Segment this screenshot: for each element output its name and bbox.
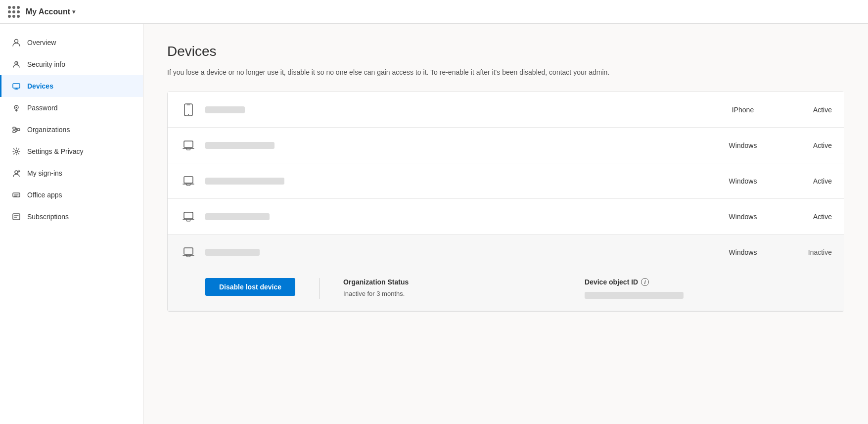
sidebar-item-my-sign-ins-label: My sign-ins (27, 169, 62, 177)
topbar: My Account ▾ (0, 0, 868, 24)
sidebar-item-overview-label: Overview (27, 39, 56, 47)
main-content: Devices If you lose a device or no longe… (143, 24, 868, 424)
device-name-placeholder (205, 213, 270, 220)
password-icon (11, 103, 21, 113)
devices-icon (11, 81, 21, 91)
device-object-id-title: Device object ID i (585, 278, 806, 286)
device-status: Active (782, 213, 832, 221)
page-title: Devices (167, 44, 844, 59)
svg-rect-6 (13, 127, 15, 129)
sidebar-item-subscriptions[interactable]: Subscriptions (0, 206, 143, 228)
svg-rect-12 (13, 214, 20, 220)
svg-rect-16 (184, 177, 193, 183)
sidebar: Overview Security info Devi (0, 24, 143, 424)
sidebar-item-organizations-label: Organizations (27, 126, 70, 134)
device-status: Active (782, 106, 832, 114)
security-icon (11, 59, 21, 69)
sidebar-item-subscriptions-label: Subscriptions (27, 213, 69, 221)
svg-point-9 (15, 150, 18, 153)
disable-lost-device-button[interactable]: Disable lost device (205, 278, 295, 296)
org-status-title: Organization Status (343, 278, 565, 286)
sidebar-item-office-apps[interactable]: Office apps (0, 184, 143, 206)
device-object-id-col: Device object ID i (585, 278, 806, 299)
office-apps-icon (11, 190, 21, 200)
svg-rect-8 (17, 129, 20, 131)
device-row: Windows Active (168, 199, 844, 235)
sidebar-item-organizations[interactable]: Organizations (0, 119, 143, 141)
sidebar-item-security-info[interactable]: Security info (0, 53, 143, 75)
laptop-icon (180, 247, 197, 258)
laptop-icon (180, 176, 197, 187)
sidebar-item-password[interactable]: Password (0, 97, 143, 119)
sidebar-item-devices-label: Devices (27, 82, 53, 90)
device-status: Active (782, 141, 832, 149)
sidebar-item-settings-privacy[interactable]: Settings & Privacy (0, 141, 143, 162)
sidebar-item-my-sign-ins[interactable]: My sign-ins (0, 162, 143, 184)
svg-rect-18 (184, 248, 193, 254)
device-name-placeholder (205, 142, 274, 149)
device-name-placeholder-block (197, 106, 703, 113)
laptop-icon (180, 211, 197, 222)
user-icon (11, 38, 21, 47)
device-row-main: Windows Inactive (180, 235, 832, 270)
sidebar-item-settings-privacy-label: Settings & Privacy (27, 147, 84, 155)
device-os: Windows (703, 141, 782, 149)
layout: Overview Security info Devi (0, 24, 868, 424)
device-row-expanded: Windows Inactive Disable lost device Org… (168, 235, 844, 311)
svg-rect-7 (13, 131, 15, 133)
page-description: If you lose a device or no longer use it… (167, 67, 844, 78)
org-status-col: Organization Status Inactive for 3 month… (343, 278, 565, 297)
device-status: Inactive (782, 248, 832, 256)
device-os: Windows (703, 248, 782, 256)
organizations-icon (11, 125, 21, 135)
details-divider (319, 278, 320, 299)
sidebar-item-password-label: Password (27, 104, 57, 112)
sidebar-item-security-info-label: Security info (27, 60, 65, 68)
device-name-placeholder-block (197, 249, 703, 256)
phone-icon (180, 103, 197, 116)
sidebar-item-devices[interactable]: Devices (0, 75, 143, 97)
device-row: Windows Active (168, 163, 844, 199)
sidebar-item-office-apps-label: Office apps (27, 191, 62, 199)
svg-rect-3 (13, 84, 20, 88)
org-status-value: Inactive for 3 months. (343, 290, 565, 297)
settings-icon (11, 146, 21, 156)
device-name-placeholder-block (197, 142, 703, 149)
info-icon[interactable]: i (641, 278, 649, 286)
devices-list: IPhone Active Windows Active (167, 92, 844, 312)
device-status: Active (782, 177, 832, 185)
app-title: My Account (26, 7, 70, 16)
svg-point-10 (15, 171, 18, 174)
sidebar-item-overview[interactable]: Overview (0, 32, 143, 53)
device-name-placeholder (205, 178, 284, 185)
device-name-placeholder-block (197, 178, 703, 185)
device-name-placeholder (205, 249, 260, 256)
device-expanded-details: Disable lost device Organization Status … (180, 270, 832, 311)
device-name-placeholder (205, 106, 245, 113)
laptop-icon (180, 140, 197, 151)
sign-ins-icon (11, 168, 21, 178)
svg-point-0 (15, 40, 18, 43)
svg-rect-17 (184, 212, 193, 219)
svg-point-5 (16, 107, 17, 108)
device-object-id-placeholder (585, 292, 684, 299)
topbar-title[interactable]: My Account ▾ (26, 7, 75, 16)
svg-point-14 (188, 114, 189, 115)
device-os: Windows (703, 177, 782, 185)
device-name-placeholder-block (197, 213, 703, 220)
device-os: IPhone (703, 106, 782, 114)
device-row: IPhone Active (168, 92, 844, 128)
chevron-down-icon: ▾ (72, 8, 75, 15)
subscriptions-icon (11, 212, 21, 222)
svg-rect-15 (184, 141, 193, 147)
apps-grid-icon[interactable] (8, 6, 20, 18)
device-row: Windows Active (168, 128, 844, 163)
device-os: Windows (703, 213, 782, 221)
svg-point-2 (16, 63, 17, 64)
